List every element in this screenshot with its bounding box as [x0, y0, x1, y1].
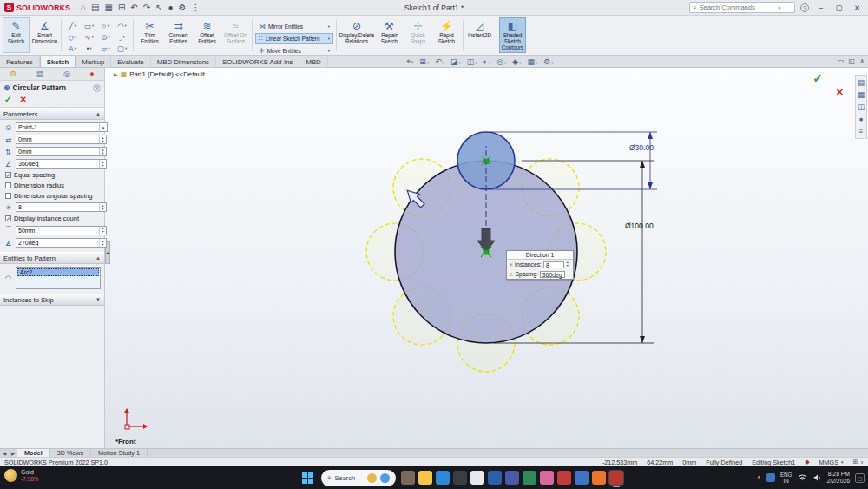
rapid-sketch-button[interactable]: ⚡ Rapid Sketch [433, 17, 460, 53]
taskbar-word-icon[interactable] [488, 471, 502, 485]
zoom-area-icon[interactable]: ⊞ [419, 57, 429, 66]
view-palette-icon[interactable]: ◫ [858, 102, 865, 111]
arc-angle-input[interactable] [16, 240, 99, 246]
search-dropdown-icon[interactable]: ▾ [778, 5, 780, 10]
pattern-angle-input[interactable] [16, 161, 99, 167]
language-indicator[interactable]: ENG IN [780, 472, 792, 484]
display-delete-relations-button[interactable]: ⊘ Display/Delete Relations [339, 17, 374, 53]
undo-icon[interactable]: ↶ [130, 3, 137, 12]
status-chevron-icon[interactable]: ∨ [860, 459, 864, 465]
sketch-canvas[interactable]: Ø100.00 Ø30.00 [105, 68, 868, 448]
spline-icon[interactable]: ∿ [81, 31, 97, 43]
command-search-box[interactable]: ⌕ ▾ [689, 2, 795, 13]
taskbar-app-blue-icon[interactable] [575, 471, 589, 485]
home-icon[interactable]: ⌂ [81, 3, 86, 12]
pattern-point-dropdown-icon[interactable]: ▾ [99, 123, 107, 131]
hide-show-items-icon[interactable]: ◎ [496, 57, 506, 66]
dimension-radius-checkbox[interactable]: Dimension radius [3, 182, 101, 189]
tab-motion-study[interactable]: Motion Study 1 [91, 449, 148, 457]
text-icon[interactable]: A [64, 43, 81, 54]
fillet-icon[interactable]: ◞ [114, 31, 130, 43]
tab-markup[interactable]: Markup [76, 56, 111, 67]
instance-count-input[interactable] [16, 204, 99, 210]
tray-app-icon[interactable] [766, 473, 775, 482]
minimize-button[interactable]: – [814, 3, 827, 12]
select-icon[interactable]: ↖ [155, 3, 162, 12]
dimension-outer-text[interactable]: Ø100.00 [625, 221, 654, 230]
file-explorer-pane-icon[interactable]: ▦ [858, 90, 865, 99]
taskbar-teams-icon[interactable] [505, 471, 519, 485]
taskbar-notepad-icon[interactable] [470, 471, 484, 485]
taskbar-terminal-icon[interactable] [453, 471, 467, 485]
spinner-icon[interactable] [566, 261, 569, 268]
spinner-icon[interactable] [99, 148, 106, 155]
circle-icon[interactable]: ○ [97, 20, 114, 31]
dimension-angular-spacing-checkbox[interactable]: Dimension angular spacing [3, 192, 101, 200]
scene-icon[interactable]: ▦ [528, 57, 538, 66]
units-dropdown-icon[interactable]: ▾ [841, 459, 844, 465]
plane-icon[interactable]: ▱ [97, 43, 114, 54]
trim-entities-button[interactable]: ✂ Trim Entities [136, 17, 163, 53]
spinner-icon[interactable] [99, 203, 106, 211]
tab-scroll-left-icon[interactable]: ◀ [0, 451, 9, 456]
callout-instances-value[interactable]: 8 [543, 261, 564, 268]
taskbar-edge-icon[interactable] [436, 471, 450, 485]
search-input[interactable] [699, 3, 775, 11]
status-grid-icon[interactable]: ⊞ [852, 459, 858, 466]
center-x-input[interactable] [16, 136, 99, 142]
pattern-point-input[interactable] [16, 124, 99, 130]
save-icon[interactable]: ▦ [105, 3, 113, 12]
view-orientation-icon[interactable]: ◫ [467, 57, 477, 66]
display-instance-count-checkbox[interactable]: Display instance count [3, 215, 101, 222]
units-selector[interactable]: MMGS [819, 459, 838, 466]
tab-scroll-right-icon[interactable]: ▶ [9, 451, 17, 456]
feature-tree-flyout[interactable]: ▶ ▦ Part1 (Default) <<Default... [114, 70, 210, 78]
taskbar-solidworks-icon[interactable] [609, 471, 623, 485]
tab-solidworks-add-ins[interactable]: SOLIDWORKS Add-Ins [216, 56, 299, 67]
pattern-radius-field[interactable] [16, 226, 107, 235]
slot-icon[interactable]: ▢ [114, 43, 130, 54]
volume-icon[interactable] [812, 473, 822, 482]
tab-evaluate[interactable]: Evaluate [111, 56, 150, 67]
previous-view-icon[interactable]: ↶ [435, 57, 444, 66]
arc-icon[interactable]: ◠ [114, 20, 130, 31]
taskbar-excel-icon[interactable] [523, 471, 536, 485]
center-y-field[interactable] [16, 147, 107, 156]
taskbar-firefox-icon[interactable] [592, 471, 606, 485]
taskbar-pdf-icon[interactable] [557, 471, 571, 485]
entities-to-pattern-listbox[interactable]: Arc2 [16, 267, 101, 289]
collapse-ribbon-icon[interactable]: ∧ [859, 57, 865, 65]
point-icon[interactable]: • [81, 43, 97, 54]
tab-features[interactable]: Features [0, 56, 40, 67]
center-y-input[interactable] [16, 149, 99, 155]
linear-sketch-pattern-button[interactable]: ∷ Linear Sketch Pattern [255, 33, 333, 44]
maximize-button[interactable]: ▢ [832, 3, 845, 12]
confirm-accept-icon[interactable]: ✓ [812, 71, 823, 85]
cancel-button[interactable]: ✕ [19, 95, 26, 104]
callout-spacing-value[interactable]: 360deg [540, 271, 565, 278]
notification-icon[interactable]: ▢ [855, 473, 865, 483]
flyout-expand-icon[interactable]: ▶ [114, 71, 118, 77]
tab-mbd[interactable]: MBD [299, 56, 327, 67]
appearances-tab-icon[interactable]: ● [89, 69, 94, 78]
line-icon[interactable]: ╱ [64, 20, 81, 31]
instances-to-skip-section-header[interactable]: Instances to Skip ▼ [0, 294, 104, 306]
ellipse-icon[interactable]: ⊙ [97, 31, 114, 43]
section-view-icon[interactable]: ◪ [450, 57, 461, 66]
offset-entities-button[interactable]: ≋ Offset Entities [194, 17, 220, 53]
gear-icon[interactable]: ⚙ [179, 3, 187, 12]
center-x-field[interactable] [16, 135, 107, 144]
shaded-sketch-contours-button[interactable]: ◧ Shaded Sketch Contours [499, 17, 526, 53]
sphere-icon[interactable]: ● [168, 3, 174, 12]
repair-sketch-button[interactable]: ⚒ Repair Sketch [376, 17, 403, 53]
wifi-icon[interactable] [798, 473, 807, 482]
weather-widget[interactable]: Gold -7.98% [4, 469, 39, 482]
edit-appearance-icon[interactable]: ◆ [512, 57, 521, 66]
exit-sketch-button[interactable]: ✎ Exit Sketch [3, 17, 30, 53]
taskbar-search[interactable]: ⌕ Search [321, 470, 396, 486]
equal-spacing-checkbox[interactable]: Equal spacing [3, 171, 101, 179]
appearances-pane-icon[interactable]: ● [858, 115, 865, 123]
instance-count-field[interactable] [16, 202, 107, 212]
taskbar-app-store-icon[interactable] [401, 471, 415, 485]
redo-icon[interactable]: ↷ [143, 3, 150, 12]
